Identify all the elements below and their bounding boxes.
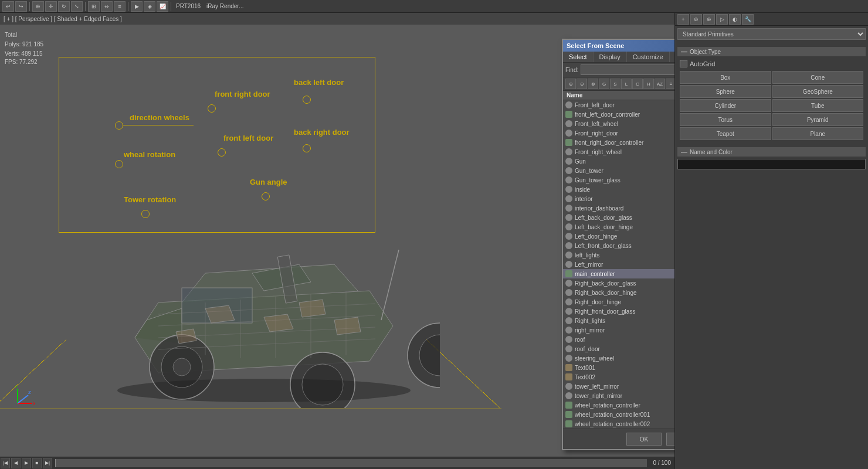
render-btn[interactable]: ▶ xyxy=(131,1,143,12)
filter-shape-btn[interactable]: S xyxy=(610,79,621,89)
torus-button[interactable]: Torus xyxy=(680,113,771,126)
filter-light-btn[interactable]: L xyxy=(621,79,632,89)
teapot-button[interactable]: Teapot xyxy=(680,127,771,140)
ok-button[interactable]: OK xyxy=(626,433,662,446)
filter-helper-btn[interactable]: H xyxy=(643,79,654,89)
list-item[interactable]: front_left_door_controller xyxy=(563,110,674,119)
list-item-label: Gun_tower xyxy=(575,168,603,174)
geosphere-button[interactable]: GeoSphere xyxy=(772,85,864,98)
pyramid-button[interactable]: Pyramid xyxy=(772,113,864,126)
list-item[interactable]: Left_front_door_glass xyxy=(563,241,674,250)
tube-button[interactable]: Tube xyxy=(772,99,864,112)
list-item[interactable]: Gun_tower_glass xyxy=(563,175,674,185)
list-item[interactable]: inside xyxy=(563,185,674,194)
list-item[interactable]: Left_door_hinge xyxy=(563,232,674,241)
list-item-label: Right_lights xyxy=(575,318,605,324)
list-item[interactable]: left_lights xyxy=(563,250,674,260)
utils-btn[interactable]: 🔧 xyxy=(742,14,754,25)
list-item[interactable]: Left_back_door_glass xyxy=(563,213,674,222)
timeline-stop-btn[interactable]: ■ xyxy=(32,458,42,468)
redo-btn[interactable]: ↪ xyxy=(15,1,27,12)
list-item[interactable]: main_controller xyxy=(563,269,674,278)
sep3 xyxy=(128,2,128,11)
list-item[interactable]: steering_wheel xyxy=(563,354,674,363)
list-item[interactable]: Right_back_door_hinge xyxy=(563,288,674,297)
motion-btn[interactable]: ▷ xyxy=(716,14,728,25)
list-item[interactable]: Gun_tower xyxy=(563,166,674,175)
box-button[interactable]: Box xyxy=(680,71,771,84)
tab-customize[interactable]: Customize xyxy=(627,52,670,62)
list-item[interactable]: Right_lights xyxy=(563,316,674,325)
filter-cam-btn[interactable]: C xyxy=(632,79,643,89)
list-item[interactable]: Front_right_door xyxy=(563,128,674,138)
right-toolbar: + ⊘ ⊛ ▷ ◐ 🔧 xyxy=(675,13,868,26)
list-item[interactable]: roof xyxy=(563,335,674,344)
mirror-btn[interactable]: ⇔ xyxy=(101,1,113,12)
list-item[interactable]: roof_door xyxy=(563,344,674,354)
find-input[interactable] xyxy=(581,64,674,75)
select-btn[interactable]: ⊕ xyxy=(32,1,44,12)
list-item[interactable]: interior_dashboard xyxy=(563,203,674,213)
sort-name-btn[interactable]: AZ xyxy=(655,79,665,89)
rotate-btn[interactable]: ↻ xyxy=(58,1,70,12)
tab-select[interactable]: Select xyxy=(563,52,594,62)
list-item[interactable]: Front_right_wheel xyxy=(563,147,674,157)
list-item[interactable]: Right_back_door_glass xyxy=(563,278,674,288)
list-item[interactable]: right_mirror xyxy=(563,325,674,335)
list-item[interactable]: Text002 xyxy=(563,372,674,382)
move-btn[interactable]: ✛ xyxy=(45,1,57,12)
cylinder-button[interactable]: Cylinder xyxy=(680,99,771,112)
hierarchy-btn[interactable]: ⊛ xyxy=(703,14,715,25)
list-item[interactable]: wheel_rotation_controller002 xyxy=(563,419,674,429)
timeline-start-btn[interactable]: |◀ xyxy=(1,458,10,468)
list-item[interactable]: wheel_rotation_controller001 xyxy=(563,410,674,419)
modify-btn[interactable]: ⊘ xyxy=(690,14,702,25)
undo-btn[interactable]: ↩ xyxy=(2,1,14,12)
list-item[interactable]: Front_left_door xyxy=(563,100,674,110)
list-item[interactable]: tower_right_mirror xyxy=(563,391,674,400)
viewport-area[interactable]: [ + ] [ Perspective ] [ Shaded + Edged F… xyxy=(0,13,674,469)
list-item[interactable]: Left_mirror xyxy=(563,260,674,269)
list-item[interactable]: Gun xyxy=(563,157,674,166)
none-btn[interactable]: ⊖ xyxy=(577,79,587,89)
tab-display[interactable]: Display xyxy=(594,52,627,62)
create-btn[interactable]: + xyxy=(677,14,689,25)
list-item[interactable]: wheel_rotation_controller xyxy=(563,400,674,410)
color-swatch[interactable] xyxy=(677,159,866,169)
list-item[interactable]: Text001 xyxy=(563,363,674,372)
autogrid-checkbox[interactable] xyxy=(680,60,687,67)
list-item-icon xyxy=(565,298,572,305)
sphere-button[interactable]: Sphere xyxy=(680,85,771,98)
list-item-icon xyxy=(565,355,572,362)
timeline-play-btn[interactable]: ▶ xyxy=(22,458,31,468)
snap-btn[interactable]: ⊞ xyxy=(88,1,100,12)
filter-geo-btn[interactable]: G xyxy=(599,79,609,89)
material-btn[interactable]: ◈ xyxy=(144,1,155,12)
svg-point-4 xyxy=(173,358,191,376)
list-item-icon xyxy=(565,252,572,259)
primitives-dropdown[interactable]: Standard Primitives xyxy=(677,28,866,40)
scale-btn[interactable]: ⤡ xyxy=(71,1,83,12)
align-btn[interactable]: ≡ xyxy=(114,1,126,12)
display-btn[interactable]: ◐ xyxy=(729,14,741,25)
timeline-prev-btn[interactable]: ◀ xyxy=(11,458,21,468)
timeline-slider[interactable] xyxy=(55,459,647,467)
list-item[interactable]: Right_door_hinge xyxy=(563,297,674,307)
cone-button[interactable]: Cone xyxy=(772,71,864,84)
invert-btn[interactable]: ⊗ xyxy=(588,79,598,89)
list-item[interactable]: Right_front_door_glass xyxy=(563,307,674,316)
stats-overlay: Total Polys: 921 185 Verts: 489 115 xyxy=(5,30,43,59)
list-item[interactable]: front_right_door_controller xyxy=(563,138,674,147)
list-item[interactable]: interior xyxy=(563,194,674,203)
list-view-btn[interactable]: ≡ xyxy=(666,79,674,89)
list-item[interactable]: Front_left_wheel xyxy=(563,119,674,128)
list-item[interactable]: tower_left_mirror xyxy=(563,382,674,391)
fps-display: FPS: 77.292 xyxy=(5,59,38,65)
plane-button[interactable]: Plane xyxy=(772,127,864,140)
cancel-button[interactable]: Cancel xyxy=(666,433,674,446)
list-item[interactable]: Left_back_door_hinge xyxy=(563,222,674,232)
all-btn[interactable]: ⊕ xyxy=(565,79,576,89)
timeline-next-btn[interactable]: ▶| xyxy=(43,458,52,468)
object-list-container[interactable]: Front_left_doorfront_left_door_controlle… xyxy=(563,100,674,429)
curve-editor-btn[interactable]: 📈 xyxy=(157,1,168,12)
